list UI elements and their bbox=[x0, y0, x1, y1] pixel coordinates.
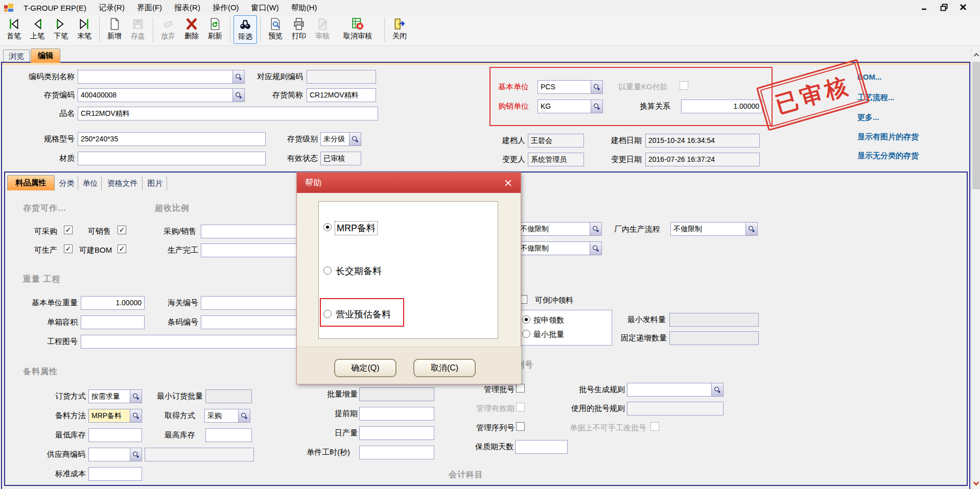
toolbar-next-record-button[interactable]: 下笔 bbox=[49, 15, 73, 44]
toolbar-discard-button[interactable]: 放弃 bbox=[156, 15, 180, 44]
can-build-bom-checkbox[interactable] bbox=[118, 244, 126, 253]
supplier-lookup-button[interactable] bbox=[130, 448, 142, 461]
shelf-life-input[interactable] bbox=[515, 440, 568, 454]
order-mode-lookup-button[interactable] bbox=[130, 389, 142, 403]
pay-by-kg-checkbox[interactable] bbox=[680, 81, 688, 90]
product-name-input[interactable]: CR12MOV精料 bbox=[78, 107, 378, 120]
tab-unit[interactable]: 单位 bbox=[79, 176, 102, 190]
customs-code-input[interactable] bbox=[201, 296, 301, 310]
batch-rule-input[interactable] bbox=[627, 383, 712, 397]
production-done-ratio-input[interactable] bbox=[201, 243, 301, 257]
scrollbar-thumb[interactable] bbox=[972, 62, 980, 189]
link-more[interactable]: 更多... bbox=[857, 113, 879, 123]
box-volume-input[interactable] bbox=[81, 315, 145, 329]
restriction1-lookup-button[interactable] bbox=[590, 222, 602, 236]
manage-batch-checkbox[interactable] bbox=[516, 384, 525, 393]
mrp-prep-radio[interactable] bbox=[323, 223, 332, 231]
tab-classification[interactable]: 分类 bbox=[56, 176, 78, 190]
conversion-input[interactable]: 1.00000 bbox=[681, 100, 762, 113]
help-dialog-titlebar[interactable]: 帮助 bbox=[297, 173, 521, 193]
base-weight-input[interactable]: 1.00000 bbox=[81, 296, 145, 310]
toolbar-last-record-button[interactable]: 末笔 bbox=[73, 15, 96, 44]
acquire-mode-lookup-button[interactable] bbox=[238, 409, 250, 423]
lead-time-input[interactable] bbox=[359, 407, 434, 421]
scroll-down-icon[interactable] bbox=[972, 479, 980, 487]
menu-window[interactable]: 窗口(W) bbox=[245, 1, 285, 15]
manage-expiry-checkbox[interactable] bbox=[516, 403, 525, 411]
unit-hours-input[interactable] bbox=[359, 446, 434, 459]
toolbar-refresh-button[interactable]: 刷新 bbox=[203, 15, 227, 44]
toolbar-delete-button[interactable]: 删除 bbox=[180, 15, 203, 44]
toolbar-new-button[interactable]: 新增 bbox=[103, 15, 126, 44]
order-mode-input[interactable]: 按需求量 bbox=[88, 389, 130, 403]
item-short-name-input[interactable]: CR12MOV精料 bbox=[307, 88, 376, 102]
item-code-input[interactable]: 400400008 bbox=[78, 88, 233, 102]
rule-code-input[interactable] bbox=[307, 70, 376, 84]
coding-category-lookup-button[interactable] bbox=[232, 70, 245, 84]
vertical-scrollbar[interactable] bbox=[971, 48, 980, 489]
restriction2-input[interactable]: 不做限制 bbox=[517, 241, 590, 255]
no-manual-batch-checkbox[interactable] bbox=[650, 422, 659, 431]
menu-tgroup-erp[interactable]: T-GROUP ERP(E) bbox=[17, 2, 92, 14]
tab-item-attributes[interactable]: 料品属性 bbox=[7, 175, 55, 190]
level-input[interactable]: 未分级 bbox=[320, 132, 349, 146]
producible-checkbox[interactable] bbox=[64, 244, 73, 253]
purchase-sale-ratio-input[interactable] bbox=[201, 225, 301, 238]
sales-forecast-prep-radio[interactable] bbox=[323, 310, 332, 318]
menu-interface[interactable]: 界面(F) bbox=[131, 1, 168, 15]
issue-min-batch-radio[interactable] bbox=[522, 330, 530, 338]
mrp-prep-option-label[interactable]: MRP备料 bbox=[335, 221, 378, 235]
prep-method-input[interactable]: MRP备料 bbox=[88, 409, 130, 423]
toolbar-close-button[interactable]: 关闭 bbox=[388, 15, 411, 44]
supplier-code-input[interactable] bbox=[88, 448, 130, 461]
menu-record[interactable]: 记录(R) bbox=[92, 1, 131, 15]
restriction1-input[interactable]: 不做限制 bbox=[517, 222, 590, 236]
toolbar-filter-button[interactable]: 筛选 bbox=[234, 15, 257, 44]
base-unit-input[interactable]: PCS bbox=[538, 80, 591, 94]
trade-unit-input[interactable]: KG bbox=[538, 100, 591, 113]
menu-help[interactable]: 帮助(H) bbox=[285, 1, 323, 15]
level-lookup-button[interactable] bbox=[349, 132, 361, 146]
batch-rule-lookup-button[interactable] bbox=[711, 383, 724, 397]
close-window-button[interactable] bbox=[958, 2, 969, 12]
sales-forecast-prep-option-label[interactable]: 营业预估备料 bbox=[336, 308, 391, 321]
restriction2-lookup-button[interactable] bbox=[590, 241, 602, 255]
restore-button[interactable] bbox=[938, 2, 949, 12]
dialog-ok-button[interactable]: 确定(Q) bbox=[334, 359, 396, 377]
toolbar-prev-record-button[interactable]: 上笔 bbox=[26, 15, 49, 44]
long-leadtime-prep-option-label[interactable]: 长交期备料 bbox=[336, 265, 382, 277]
barcode-input[interactable] bbox=[201, 315, 301, 329]
dialog-cancel-button[interactable]: 取消(C) bbox=[413, 359, 476, 377]
drawing-number-input[interactable] bbox=[81, 335, 301, 349]
tab-edit[interactable]: 编辑 bbox=[31, 48, 60, 63]
min-stock-input[interactable] bbox=[88, 428, 142, 442]
dialog-close-icon[interactable] bbox=[501, 177, 515, 189]
toolbar-cancel-audit-button[interactable]: 取消审核 bbox=[334, 15, 381, 44]
menu-report[interactable]: 报表(R) bbox=[168, 1, 206, 15]
long-leadtime-prep-radio[interactable] bbox=[323, 266, 332, 275]
link-show-unclassified[interactable]: 显示无分类的存货 bbox=[857, 151, 919, 161]
acquire-mode-input[interactable]: 采购 bbox=[204, 409, 239, 423]
prep-method-lookup-button[interactable] bbox=[130, 409, 142, 423]
scroll-up-icon[interactable] bbox=[972, 51, 980, 59]
toolbar-save-button[interactable]: 存盘 bbox=[126, 15, 150, 44]
toolbar-first-record-button[interactable]: 首笔 bbox=[2, 15, 26, 44]
factory-flow-lookup-button[interactable] bbox=[745, 222, 758, 236]
material-input[interactable] bbox=[78, 152, 266, 165]
max-stock-input[interactable] bbox=[205, 428, 252, 442]
toolbar-print-button[interactable]: 打印 bbox=[287, 15, 311, 44]
base-unit-lookup-button[interactable] bbox=[591, 80, 603, 94]
menu-operation[interactable]: 操作(O) bbox=[206, 1, 245, 15]
link-show-with-image[interactable]: 显示有图片的存货 bbox=[857, 132, 919, 142]
tab-images[interactable]: 图片 bbox=[144, 176, 167, 190]
minimize-button[interactable] bbox=[919, 2, 930, 12]
manage-serial-checkbox[interactable] bbox=[516, 422, 525, 431]
daily-output-input[interactable] bbox=[359, 426, 434, 440]
item-code-lookup-button[interactable] bbox=[232, 88, 245, 102]
toolbar-preview-button[interactable]: 预览 bbox=[264, 15, 287, 44]
trade-unit-lookup-button[interactable] bbox=[591, 100, 603, 113]
std-cost-input[interactable] bbox=[88, 467, 142, 481]
purchasable-checkbox[interactable] bbox=[64, 226, 73, 234]
issue-by-request-radio[interactable] bbox=[522, 315, 530, 324]
coding-category-input[interactable] bbox=[78, 70, 233, 84]
